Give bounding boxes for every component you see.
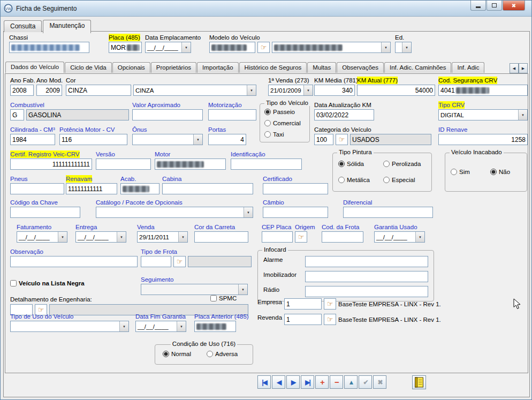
- radio-solida-input[interactable]: [338, 161, 345, 167]
- id-renave-input[interactable]: 1258: [438, 134, 528, 145]
- minimize-button[interactable]: [470, 1, 486, 11]
- spmc-checkbox[interactable]: SPMC: [210, 295, 237, 301]
- tab-proprietarios[interactable]: Proprietários: [151, 62, 196, 73]
- radio-sim[interactable]: Sim: [451, 169, 470, 175]
- tipo-frota-input[interactable]: [141, 256, 171, 267]
- chevron-down-icon[interactable]: ▼: [244, 207, 253, 217]
- certif-crv-input[interactable]: 111111111111: [10, 159, 92, 170]
- combustivel-code-input[interactable]: G: [10, 109, 24, 120]
- nav-first-button[interactable]: |◀: [257, 375, 271, 389]
- onus-combo[interactable]: ▼: [132, 134, 203, 145]
- imobilizador-input[interactable]: [305, 271, 428, 282]
- tab-ciclo-de-vida[interactable]: Ciclo de Vida: [65, 62, 112, 73]
- seguimento-combo[interactable]: ▼: [141, 284, 248, 295]
- tab-historico-de-seguros[interactable]: Histórico de Seguros: [239, 62, 307, 73]
- radio-taxi[interactable]: Taxi: [264, 131, 284, 138]
- chevron-down-icon[interactable]: ▼: [238, 284, 247, 295]
- primeira-venda-input[interactable]: 21/01/2009 ▼: [268, 85, 313, 96]
- chevron-down-icon[interactable]: ▼: [193, 134, 202, 145]
- tab-importacao[interactable]: Importação: [197, 62, 239, 73]
- chevron-down-icon[interactable]: ▼: [178, 232, 187, 242]
- motor-input[interactable]: [155, 159, 226, 170]
- versao-input[interactable]: [96, 159, 151, 170]
- cod-frota-input[interactable]: [322, 231, 363, 243]
- cabina-input[interactable]: [162, 183, 253, 194]
- titlebar[interactable]: VW Ficha de Seguimento ✖: [1, 1, 531, 17]
- cod-seguranca-crv-input[interactable]: 4041: [438, 85, 528, 96]
- revenda-input[interactable]: 1: [284, 314, 322, 325]
- placa-anterior-input[interactable]: [194, 321, 236, 332]
- observacao-input[interactable]: [10, 256, 138, 267]
- motorizacao-input[interactable]: [208, 109, 256, 120]
- nav-last-button[interactable]: ▶|: [301, 375, 314, 389]
- radio-especial[interactable]: Especial: [383, 177, 415, 183]
- tab-dados-do-veiculo[interactable]: Dados do Veículo: [5, 62, 64, 73]
- chevron-down-icon[interactable]: ▼: [415, 232, 424, 242]
- chevron-down-icon[interactable]: ▼: [177, 321, 186, 331]
- chevron-down-icon[interactable]: ▼: [247, 85, 256, 95]
- cambio-input[interactable]: [263, 207, 328, 218]
- portas-input[interactable]: 4: [208, 134, 246, 145]
- nav-delete-button[interactable]: −: [330, 375, 343, 389]
- valor-aproximado-input[interactable]: [132, 109, 203, 120]
- chevron-down-icon[interactable]: ▼: [402, 42, 411, 52]
- chevron-down-icon[interactable]: ▼: [518, 110, 527, 120]
- renavam-input[interactable]: 11111111111: [66, 183, 117, 194]
- nav-edit-button[interactable]: ▲: [344, 375, 358, 389]
- radio-metalica[interactable]: Metálica: [338, 177, 370, 183]
- radio-passeio[interactable]: Passeio: [264, 109, 295, 115]
- tab-multas[interactable]: Multas: [307, 62, 336, 73]
- radio-comercial[interactable]: Comercial: [264, 120, 301, 126]
- potencia-motor-input[interactable]: 116: [59, 134, 127, 145]
- tab-observacoes[interactable]: Observações: [337, 62, 384, 73]
- radio-nao-input[interactable]: [490, 169, 497, 175]
- chevron-down-icon[interactable]: ▼: [181, 42, 191, 52]
- modelo-lookup-button[interactable]: ☞: [257, 42, 270, 53]
- cilindrada-input[interactable]: 1984: [10, 134, 55, 145]
- radio-perolizada[interactable]: Perolizada: [383, 161, 421, 167]
- close-button[interactable]: ✖: [503, 1, 525, 11]
- radio-nao[interactable]: Não: [490, 169, 510, 175]
- nav-next-button[interactable]: ▶: [286, 375, 300, 389]
- chevron-down-icon[interactable]: ▼: [117, 232, 126, 242]
- categoria-lookup-button[interactable]: ☞: [336, 134, 348, 145]
- certificado-input[interactable]: [263, 183, 328, 194]
- venda-input[interactable]: 29/11/2011 ▼: [137, 231, 188, 243]
- cor-input[interactable]: CINZA: [66, 85, 131, 96]
- revenda-lookup-button[interactable]: ☞: [324, 314, 336, 325]
- identificacao-input[interactable]: [231, 159, 302, 170]
- tab-opcionais[interactable]: Opcionais: [112, 62, 150, 73]
- faturamento-input[interactable]: __/__/____ ▼: [17, 231, 67, 243]
- tab-consulta[interactable]: Consulta: [4, 20, 42, 32]
- radio-normal[interactable]: Normal: [163, 351, 191, 357]
- maximize-button[interactable]: [487, 1, 502, 11]
- tipo-crv-combo[interactable]: DIGITAL ▼: [438, 109, 528, 120]
- chevron-down-icon[interactable]: ▼: [381, 42, 390, 52]
- radio-passeio-input[interactable]: [264, 109, 271, 115]
- ano-fab-input[interactable]: 2008: [10, 85, 34, 96]
- spmc-checkbox-input[interactable]: [210, 295, 217, 301]
- lista-negra-checkbox-input[interactable]: [10, 280, 17, 286]
- nav-cancel-button[interactable]: ✖: [373, 375, 386, 389]
- km-atual-input[interactable]: 54000: [357, 85, 435, 96]
- tipo-frota-lookup-button[interactable]: ☞: [173, 256, 186, 267]
- empresa-lookup-button[interactable]: ☞: [324, 298, 336, 310]
- modelo-veiculo-input[interactable]: [209, 42, 255, 53]
- radio-sim-input[interactable]: [451, 169, 457, 175]
- nav-insert-button[interactable]: +: [315, 375, 329, 389]
- categoria-code-input[interactable]: 100: [314, 134, 333, 145]
- nav-prior-button[interactable]: ◀: [272, 375, 285, 389]
- radio-solida[interactable]: Sólida: [338, 161, 364, 167]
- garantia-usado-input[interactable]: __/__/____ ▼: [374, 231, 425, 243]
- radio-adversa[interactable]: Adversa: [207, 351, 238, 357]
- radio-comercial-input[interactable]: [264, 120, 271, 126]
- nav-post-button[interactable]: ✔: [359, 375, 372, 389]
- radio-perolizada-input[interactable]: [383, 161, 390, 167]
- data-atualizacao-km-input[interactable]: 03/02/2022: [314, 109, 374, 120]
- placa-input[interactable]: MOR: [109, 42, 142, 53]
- entrega-input[interactable]: __/__/____ ▼: [75, 231, 126, 243]
- yellow-card-button[interactable]: [412, 375, 426, 389]
- tab-manutencao[interactable]: Manutenção: [43, 20, 91, 33]
- radio-taxi-input[interactable]: [264, 131, 271, 138]
- tab-scroll-right-button[interactable]: ▶: [519, 63, 528, 73]
